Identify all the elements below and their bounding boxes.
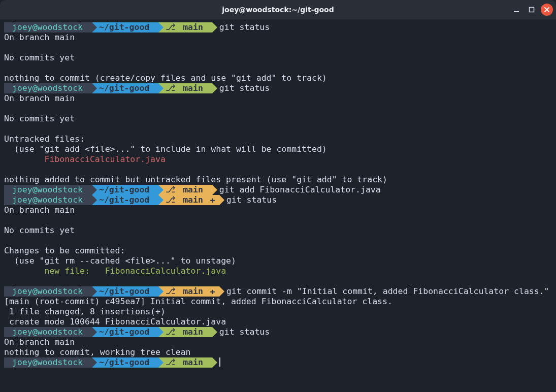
prompt: joey@woodstock ~/git-good ⎇ main (4, 357, 212, 368)
output-line: FibonacciCalculator.java (4, 154, 552, 165)
prompt: joey@woodstock ~/git-good ⎇ main (4, 22, 212, 32)
prompt-path-segment: ~/git-good (92, 22, 158, 32)
output-line: Changes to be committed: (4, 246, 552, 256)
git-branch-icon: ⎇ (166, 286, 176, 297)
prompt-branch-segment: ⎇ main (158, 327, 212, 337)
output-line: new file: FibonacciCalculator.java (4, 266, 552, 276)
minimize-icon (513, 7, 519, 13)
output-line: nothing to commit, working tree clean (4, 347, 552, 357)
window-titlebar: joey@woodstock:~/git-good (0, 0, 556, 19)
terminal-area[interactable]: joey@woodstock ~/git-good ⎇ main git sta… (0, 19, 556, 372)
output-line: nothing to commit (create/copy files and… (4, 73, 552, 83)
output-text: nothing to commit (create/copy files and… (4, 73, 327, 83)
output-line: (use "git rm --cached <file>..." to unst… (4, 256, 552, 266)
output-line: On branch main (4, 337, 552, 347)
command-text: git status (226, 195, 277, 205)
prompt-branch-segment: ⎇ main (158, 185, 212, 195)
command-text: git commit -m "Initial commit, added Fib… (226, 286, 549, 296)
command-text: git add FibonacciCalculator.java (219, 185, 381, 194)
terminal-line: joey@woodstock ~/git-good ⎇ main ✚ git c… (4, 286, 552, 297)
terminal-line: joey@woodstock ~/git-good ⎇ main git sta… (4, 327, 552, 337)
prompt-userhost-segment: joey@woodstock (4, 327, 92, 337)
maximize-icon (529, 7, 535, 13)
output-line (4, 43, 552, 53)
svg-rect-0 (514, 11, 519, 12)
git-branch-icon: ⎇ (166, 185, 176, 195)
output-line: No commits yet (4, 53, 552, 63)
window-title: joey@woodstock:~/git-good (222, 5, 334, 15)
output-line: On branch main (4, 93, 552, 104)
output-line (4, 63, 552, 73)
command-text: git status (219, 22, 270, 32)
output-text: On branch main (4, 93, 75, 103)
output-text: (use "git rm --cached <file>..." to unst… (4, 256, 236, 266)
prompt: joey@woodstock ~/git-good ⎇ main ✚ (4, 195, 219, 205)
output-line: Untracked files: (4, 134, 552, 144)
close-button[interactable] (541, 4, 553, 16)
prompt-path-segment: ~/git-good (92, 357, 158, 368)
output-line: [main (root-commit) c495ea7] Initial com… (4, 297, 552, 307)
output-text: No commits yet (4, 53, 75, 62)
output-line (4, 165, 552, 175)
command-text: git status (219, 83, 270, 93)
prompt-branch-segment: ⎇ main (158, 357, 212, 368)
prompt-userhost-segment: joey@woodstock (4, 286, 92, 297)
output-line: nothing added to commit but untracked fi… (4, 175, 552, 185)
prompt-userhost-segment: joey@woodstock (4, 357, 92, 368)
prompt-userhost-segment: joey@woodstock (4, 195, 92, 205)
svg-rect-1 (530, 8, 534, 12)
prompt-branch-segment: ⎇ main (158, 83, 212, 93)
prompt-path-segment: ~/git-good (92, 327, 158, 337)
prompt-branch-segment: ⎇ main ✚ (158, 286, 219, 297)
prompt-path-segment: ~/git-good (92, 83, 158, 93)
git-branch-icon: ⎇ (166, 327, 176, 337)
output-line: On branch main (4, 32, 552, 43)
git-branch-icon: ⎇ (166, 195, 176, 205)
output-text: [main (root-commit) c495ea7] Initial com… (4, 297, 393, 306)
prompt-userhost-segment: joey@woodstock (4, 22, 92, 32)
git-dirty-plus-icon: ✚ (210, 286, 215, 297)
git-dirty-plus-icon: ✚ (210, 195, 215, 205)
output-line (4, 104, 552, 114)
terminal-line: joey@woodstock ~/git-good ⎇ main (4, 357, 552, 368)
output-text: On branch main (4, 32, 75, 42)
prompt: joey@woodstock ~/git-good ⎇ main (4, 185, 212, 195)
terminal-line: joey@woodstock ~/git-good ⎇ main ✚ git s… (4, 195, 552, 205)
output-text: On branch main (4, 337, 75, 347)
output-line: No commits yet (4, 225, 552, 236)
output-text: Changes to be committed: (4, 246, 125, 255)
output-line: create mode 100644 FibonacciCalculator.j… (4, 317, 552, 327)
output-line (4, 215, 552, 225)
output-line (4, 124, 552, 134)
output-line: 1 file changed, 8 insertions(+) (4, 307, 552, 317)
output-text: 1 file changed, 8 insertions(+) (4, 307, 166, 316)
command-text: git status (219, 327, 270, 337)
prompt-branch-segment: ⎇ main ✚ (158, 195, 219, 205)
prompt-path-segment: ~/git-good (92, 286, 158, 297)
prompt-path-segment: ~/git-good (92, 195, 158, 205)
minimize-button[interactable] (510, 4, 522, 16)
terminal-line: joey@woodstock ~/git-good ⎇ main git sta… (4, 22, 552, 32)
output-text: nothing to commit, working tree clean (4, 347, 191, 357)
git-branch-icon: ⎇ (166, 22, 176, 32)
output-line: (use "git add <file>..." to include in w… (4, 144, 552, 154)
output-text: new file: FibonacciCalculator.java (4, 266, 226, 276)
output-line (4, 236, 552, 246)
prompt-userhost-segment: joey@woodstock (4, 185, 92, 195)
output-line (4, 276, 552, 286)
terminal-line: joey@woodstock ~/git-good ⎇ main git add… (4, 185, 552, 195)
cursor (219, 357, 220, 367)
output-text: create mode 100644 FibonacciCalculator.j… (4, 317, 226, 326)
output-text: No commits yet (4, 114, 75, 123)
close-icon (544, 7, 550, 13)
output-line: On branch main (4, 205, 552, 215)
prompt: joey@woodstock ~/git-good ⎇ main ✚ (4, 286, 219, 297)
output-text: (use "git add <file>..." to include in w… (4, 144, 327, 154)
output-text: No commits yet (4, 225, 75, 235)
output-line: No commits yet (4, 114, 552, 124)
output-text: FibonacciCalculator.java (4, 154, 166, 164)
terminal-line: joey@woodstock ~/git-good ⎇ main git sta… (4, 83, 552, 93)
output-text: Untracked files: (4, 134, 85, 144)
maximize-button[interactable] (526, 4, 538, 16)
window-controls (510, 0, 553, 19)
